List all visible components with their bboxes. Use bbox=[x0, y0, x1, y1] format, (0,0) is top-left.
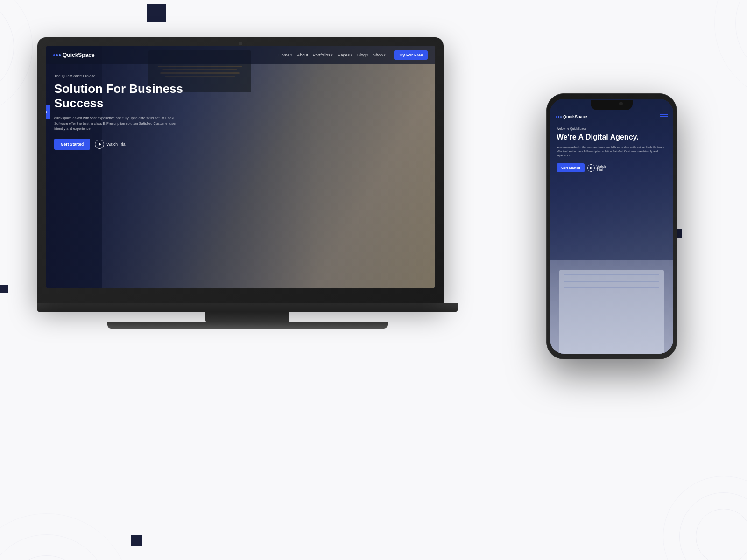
phone-logo-dot-3 bbox=[560, 116, 562, 118]
nav-link-shop[interactable]: Shop ▾ bbox=[373, 53, 386, 57]
phone-screen: QuickSpace Welcome QuickSpace We're A Di… bbox=[550, 99, 673, 354]
chevron-left-icon: ‹ bbox=[46, 109, 47, 114]
phone-play-button-icon bbox=[587, 164, 595, 172]
nav-link-shop-label: Shop bbox=[373, 53, 383, 57]
laptop-logo-text: QuickSpace bbox=[63, 52, 95, 58]
phone-notebook-bg bbox=[550, 260, 673, 354]
laptop-hero-description: quickspace asked with vast experience an… bbox=[54, 115, 185, 131]
nav-link-home-label: Home bbox=[278, 53, 289, 57]
laptop-screen: QuickSpace Home ▾ About Portfolios ▾ bbox=[46, 46, 435, 288]
nav-link-pages[interactable]: Pages ▾ bbox=[338, 53, 352, 57]
nav-link-blog-label: Blog bbox=[357, 53, 366, 57]
blog-chevron-icon: ▾ bbox=[366, 53, 368, 57]
logo-dot-2 bbox=[56, 54, 58, 56]
pages-chevron-icon: ▾ bbox=[351, 53, 352, 57]
phone-website: QuickSpace Welcome QuickSpace We're A Di… bbox=[550, 99, 673, 354]
menu-line-3 bbox=[660, 119, 668, 119]
laptop-play-button-icon bbox=[95, 140, 104, 149]
phone-logo-dots bbox=[556, 116, 562, 118]
phone-hero-description: quickspace asked with vast experience an… bbox=[557, 145, 667, 158]
laptop-website: QuickSpace Home ▾ About Portfolios ▾ bbox=[46, 46, 435, 288]
page-container: QuickSpace Home ▾ About Portfolios ▾ bbox=[0, 0, 747, 560]
slider-prev-arrow[interactable]: ‹ bbox=[46, 105, 50, 119]
deco-square-2 bbox=[0, 285, 8, 293]
phone-hero-title: We're A Digital Agency. bbox=[557, 133, 667, 141]
phone-hero-content: Welcome QuickSpace We're A Digital Agenc… bbox=[550, 122, 673, 177]
laptop-try-for-free-button[interactable]: Try For Free bbox=[394, 50, 428, 60]
laptop-body: QuickSpace Home ▾ About Portfolios ▾ bbox=[37, 37, 444, 303]
laptop-watch-trial-button[interactable]: Watch Trial bbox=[95, 140, 126, 149]
phone-watch-trial-button[interactable]: Watch Trial bbox=[587, 164, 606, 172]
deco-square-4 bbox=[131, 535, 142, 546]
laptop-nav-links: Home ▾ About Portfolios ▾ Pages ▾ bbox=[278, 50, 428, 60]
laptop-site-nav: QuickSpace Home ▾ About Portfolios ▾ bbox=[46, 46, 435, 64]
laptop-hero-content: The QuickSpace Provide Solution For Busi… bbox=[46, 64, 435, 159]
logo-dot-1 bbox=[53, 54, 55, 56]
menu-line-2 bbox=[660, 116, 668, 117]
phone-hero-buttons: Gert Started Watch Trial bbox=[557, 163, 667, 172]
nav-link-portfolios-label: Portfolios bbox=[313, 53, 331, 57]
laptop-get-started-button[interactable]: Gert Started bbox=[54, 139, 90, 150]
laptop-hero-buttons: Gert Started Watch Trial bbox=[54, 139, 427, 150]
home-chevron-icon: ▾ bbox=[290, 53, 292, 57]
nav-link-about[interactable]: About bbox=[297, 53, 308, 57]
phone-notch bbox=[591, 100, 633, 110]
phone-logo-dot-1 bbox=[556, 116, 557, 118]
nav-link-blog[interactable]: Blog ▾ bbox=[357, 53, 368, 57]
laptop-watch-trial-label: Watch Trial bbox=[106, 142, 126, 147]
laptop-mockup: QuickSpace Home ▾ About Portfolios ▾ bbox=[37, 37, 458, 373]
phone-hamburger-menu[interactable] bbox=[660, 114, 668, 119]
laptop-stand bbox=[205, 312, 289, 322]
deco-square-1 bbox=[147, 4, 166, 22]
laptop-hero-title: Solution For Business Success bbox=[54, 82, 213, 111]
phone-play-triangle-icon bbox=[590, 167, 592, 169]
laptop-camera bbox=[239, 42, 242, 45]
laptop-play-triangle-icon bbox=[99, 142, 101, 146]
laptop-base bbox=[37, 303, 458, 312]
logo-dots bbox=[53, 54, 61, 56]
nav-link-home[interactable]: Home ▾ bbox=[278, 53, 292, 57]
phone-mockup: QuickSpace Welcome QuickSpace We're A Di… bbox=[546, 93, 677, 364]
laptop-logo: QuickSpace bbox=[53, 52, 95, 58]
nav-link-portfolios[interactable]: Portfolios ▾ bbox=[313, 53, 333, 57]
phone-get-started-button[interactable]: Gert Started bbox=[557, 163, 585, 172]
laptop-foot bbox=[107, 322, 388, 329]
logo-dot-3 bbox=[59, 54, 61, 56]
nav-link-pages-label: Pages bbox=[338, 53, 350, 57]
laptop-hero-subtitle: The QuickSpace Provide bbox=[54, 74, 427, 78]
phone-logo-text: QuickSpace bbox=[563, 114, 587, 119]
shop-chevron-icon: ▾ bbox=[384, 53, 386, 57]
phone-body: QuickSpace Welcome QuickSpace We're A Di… bbox=[546, 93, 677, 359]
laptop-hero-wrapper: ‹ The QuickSpace Provide Solution For Bu… bbox=[46, 64, 435, 159]
phone-logo: QuickSpace bbox=[556, 114, 587, 119]
menu-line-1 bbox=[660, 114, 668, 115]
phone-camera bbox=[619, 102, 623, 105]
phone-hero-subtitle: Welcome QuickSpace bbox=[557, 127, 667, 130]
phone-watch-trial-label: Watch Trial bbox=[596, 165, 606, 171]
phone-logo-dot-2 bbox=[558, 116, 559, 118]
portfolios-chevron-icon: ▾ bbox=[331, 53, 333, 57]
